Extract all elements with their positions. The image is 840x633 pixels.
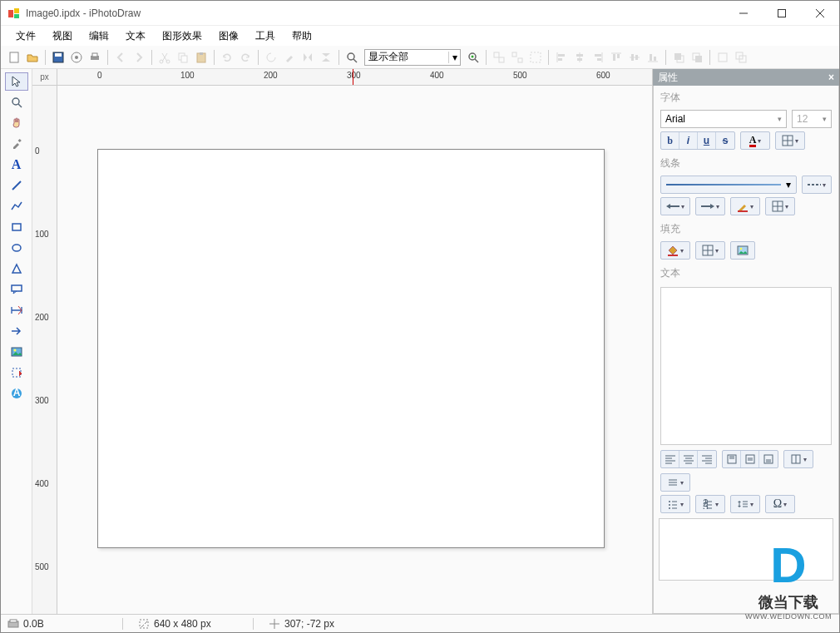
tool-strip: A A (1, 69, 32, 614)
maximize-button[interactable] (763, 1, 801, 26)
align-top-icon[interactable] (608, 49, 625, 66)
undo-icon[interactable] (219, 49, 235, 66)
zoom-fit-icon[interactable] (465, 49, 482, 66)
dimension-tool[interactable] (5, 301, 28, 319)
fill-section-label: 填充 (654, 217, 838, 240)
menu-view[interactable]: 视图 (44, 27, 81, 46)
line-style-button[interactable]: ▾ (660, 176, 797, 194)
crop-tool[interactable] (5, 363, 28, 382)
font-size-select[interactable]: 12▾ (792, 110, 832, 128)
image-tool[interactable] (5, 343, 28, 361)
new-icon[interactable] (6, 49, 22, 66)
hand-tool[interactable] (5, 114, 28, 132)
ungroup-icon[interactable] (509, 49, 526, 66)
select-tool[interactable] (5, 72, 28, 91)
line-color-button[interactable]: ▾ (730, 197, 760, 215)
menubar: 文件 视图 编辑 文本 图形效果 图像 工具 帮助 (1, 26, 839, 46)
open-icon[interactable] (24, 49, 41, 66)
italic-button[interactable]: i (679, 132, 698, 149)
valign-middle-button[interactable] (741, 451, 759, 467)
rotate-left-icon[interactable] (263, 49, 279, 66)
zoom-dropdown-icon[interactable]: ▾ (448, 52, 460, 63)
menu-image[interactable]: 图像 (210, 27, 247, 46)
bold-button[interactable]: b (661, 132, 679, 149)
line-spacing-button[interactable]: ▾ (730, 495, 760, 513)
minimize-button[interactable] (724, 1, 763, 26)
eyedropper-tool[interactable] (5, 135, 28, 153)
panel-close-icon[interactable]: × (828, 72, 834, 83)
canvas-page[interactable] (97, 149, 605, 548)
disc-icon[interactable] (68, 49, 85, 66)
ellipse-tool[interactable] (5, 239, 28, 257)
menu-effects[interactable]: 图形效果 (154, 27, 210, 46)
line-tool[interactable] (5, 176, 28, 195)
layers-1-icon[interactable] (714, 49, 731, 66)
forward-icon[interactable] (131, 49, 147, 66)
numbering-button[interactable]: 123▾ (695, 495, 725, 513)
menu-help[interactable]: 帮助 (284, 27, 320, 46)
svg-point-24 (472, 55, 474, 57)
stamp-tool[interactable]: A (5, 384, 28, 403)
align-left-icon[interactable] (553, 49, 570, 66)
brush-icon[interactable] (281, 49, 298, 66)
menu-file[interactable]: 文件 (7, 27, 44, 46)
fill-pattern-button[interactable]: ▾ (695, 241, 725, 260)
align-middle-icon[interactable] (626, 49, 643, 66)
halign-center-button[interactable] (679, 451, 698, 467)
canvas-area[interactable] (57, 86, 652, 614)
navigator-preview[interactable] (659, 518, 833, 581)
halign-right-button[interactable] (698, 451, 716, 467)
text-preview-box[interactable] (660, 287, 832, 445)
menu-edit[interactable]: 编辑 (81, 27, 117, 46)
valign-top-button[interactable] (723, 451, 741, 467)
underline-button[interactable]: u (698, 132, 716, 149)
align-center-icon[interactable] (571, 49, 588, 66)
line-start-button[interactable]: ▾ (660, 197, 690, 215)
symbol-button[interactable]: Ω▾ (765, 495, 795, 513)
flip-h-icon[interactable] (299, 49, 316, 66)
close-button[interactable] (801, 1, 839, 26)
save-icon[interactable] (50, 49, 67, 66)
zoom-combo[interactable]: 显示全部 ▾ (364, 49, 461, 66)
align-right-icon[interactable] (590, 49, 606, 66)
polyline-tool[interactable] (5, 197, 28, 215)
halign-left-button[interactable] (661, 451, 679, 467)
cut-icon[interactable] (156, 49, 173, 66)
align-bottom-icon[interactable] (645, 49, 661, 66)
redo-icon[interactable] (237, 49, 254, 66)
text-direction-button[interactable]: ▾ (783, 450, 813, 468)
select-all-icon[interactable] (527, 49, 544, 66)
fill-image-button[interactable] (730, 241, 755, 260)
back-icon[interactable] (112, 49, 129, 66)
zoom-icon[interactable] (343, 49, 360, 66)
arrow-tool[interactable] (5, 322, 28, 340)
line-grid-button[interactable]: ▾ (765, 197, 795, 215)
paste-icon[interactable] (193, 49, 210, 66)
bullets-button[interactable]: ▾ (660, 495, 690, 513)
line-end-button[interactable]: ▾ (695, 197, 725, 215)
triangle-tool[interactable] (5, 260, 28, 278)
zoom-tool[interactable] (5, 93, 28, 111)
text-tool[interactable]: A (5, 156, 28, 174)
bring-front-icon[interactable] (670, 49, 687, 66)
group-icon[interactable] (491, 49, 507, 66)
line-dash-button[interactable]: ▾ (802, 176, 832, 194)
font-family-select[interactable]: Arial▾ (660, 110, 787, 128)
status-dimensions: 640 x 480 px (154, 618, 211, 630)
font-highlight-button[interactable]: ▾ (775, 131, 805, 150)
callout-tool[interactable] (5, 280, 28, 299)
send-back-icon[interactable] (689, 49, 705, 66)
valign-bottom-button[interactable] (759, 451, 778, 467)
rectangle-tool[interactable] (5, 218, 28, 236)
svg-rect-37 (595, 54, 601, 57)
font-color-button[interactable]: A▾ (740, 131, 770, 150)
menu-text[interactable]: 文本 (117, 27, 154, 46)
layers-2-icon[interactable] (733, 49, 749, 66)
fill-color-button[interactable]: ▾ (660, 241, 690, 260)
flip-v-icon[interactable] (318, 49, 334, 66)
menu-tools[interactable]: 工具 (247, 27, 284, 46)
strike-button[interactable]: s (716, 132, 734, 149)
text-wrap-button[interactable]: ▾ (660, 473, 690, 492)
print-icon[interactable] (86, 49, 103, 66)
copy-icon[interactable] (175, 49, 191, 66)
